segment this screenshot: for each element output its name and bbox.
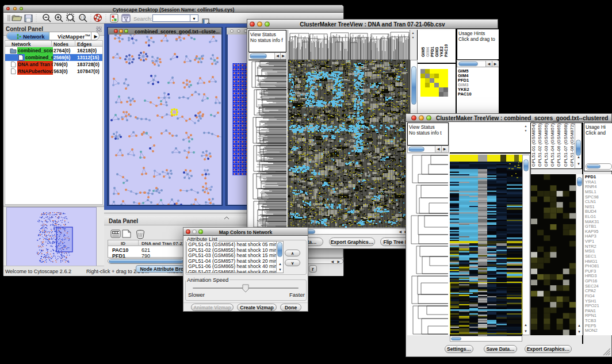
svg-text:1:1: 1:1: [81, 16, 85, 19]
